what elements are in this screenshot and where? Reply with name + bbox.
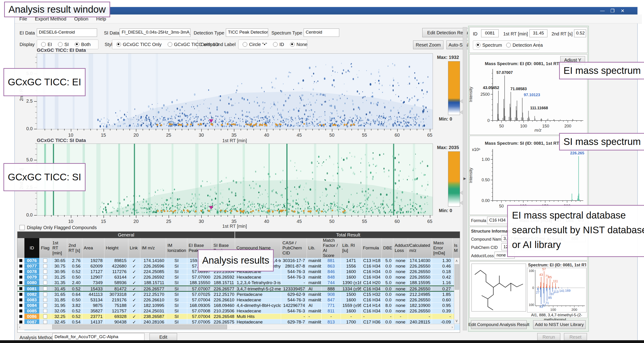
display-option[interactable]: Both — [75, 42, 90, 47]
table-vscrollbar[interactable]: ∧ ∨ — [454, 258, 460, 324]
minimize-icon[interactable]: — — [598, 8, 607, 13]
display-option[interactable]: EI — [41, 42, 52, 47]
column-header-match[interactable]: Match Factor / AI Score — [322, 238, 341, 258]
row-err-cell: 1.85 — [432, 292, 453, 297]
flag-checkbox[interactable] — [43, 304, 47, 307]
ei-data-field[interactable]: DIESEL6-Centroid — [37, 28, 97, 37]
table-row-0086[interactable]: 008632.250.522377169328✓238.26587SI57.07… — [18, 314, 460, 319]
table-row-0085[interactable]: 008532.050.5235827121757✓224.25031SI57.0… — [18, 308, 460, 314]
column-header-immz[interactable]: IM m/z — [140, 238, 166, 258]
hscroll-thumb[interactable] — [52, 324, 227, 329]
reset-button[interactable]: Reset — [564, 333, 587, 341]
spectrum-mode-option[interactable]: Detection Area — [506, 42, 543, 48]
column-header-dbe[interactable]: DBE — [382, 238, 393, 258]
row-match-cell: 846 — [322, 269, 341, 274]
flag-checkbox[interactable] — [43, 264, 47, 268]
spectrum-mode-option[interactable]: Spectrum — [476, 42, 502, 48]
svg-text:57: 57 — [542, 268, 546, 271]
flag-checkbox[interactable] — [43, 275, 47, 279]
analysis-results-table[interactable]: GeneralTotal ResultIDFlag1st RT [min]2nd… — [17, 232, 460, 333]
analysis-method-field[interactable]: Default_for_AccuTOF_GC-Alpha — [52, 333, 144, 341]
rerun-button[interactable]: Rerun — [537, 333, 560, 341]
si-data-field[interactable]: FI_DIESEL_0.04s-25Hz_3ms-3mA_001- — [120, 28, 190, 37]
hscroll-right-icon[interactable]: › — [452, 325, 453, 330]
add-to-nist-user-library-button[interactable]: Add to NIST User Library — [533, 320, 586, 329]
head-to-tail-spectrum-chart[interactable]: 1002001000100435771851112743577185971131… — [527, 268, 586, 312]
column-header-adduct[interactable]: Adduct/ Loss — [393, 238, 408, 258]
vscroll-up-icon[interactable]: ∧ — [455, 258, 458, 263]
column-header-rt2[interactable]: 2nd RT [s] — [67, 238, 82, 258]
column-header-calc[interactable]: Calculated m/z — [408, 238, 432, 258]
column-header-link[interactable]: Link — [128, 238, 140, 258]
style-option[interactable]: GCxGC TICC Only — [116, 42, 162, 47]
hscroll-left-icon[interactable]: ‹ — [19, 325, 20, 330]
svg-text:0: 0 — [487, 118, 490, 123]
column-header-id[interactable]: ID — [24, 238, 40, 258]
svg-text:71.08583: 71.08583 — [510, 87, 527, 91]
reset-zoom-button[interactable]: Reset Zoom — [413, 40, 444, 49]
column-header-lib[interactable]: Lib. — [307, 238, 322, 258]
edit-detection-result-button[interactable]: Edit Detection Result — [422, 28, 475, 37]
column-header-imion[interactable]: IM Ionization — [166, 238, 187, 258]
table-hscrollbar[interactable]: ‹ › — [18, 324, 454, 330]
restore-icon[interactable]: ❐ — [608, 8, 617, 14]
table-row-0079[interactable]: 007931.250.501290763144✓226.26592SI57.07… — [18, 274, 460, 280]
close-icon[interactable]: ✕ — [618, 8, 627, 14]
table-row-0080[interactable]: 008031.352.40734958936✓188.15711SI188.15… — [18, 280, 460, 286]
row-sibase-cell: 212.25170 — [212, 292, 235, 297]
table-row-0081[interactable]: 008131.450.521543381472✓226.26577SI57.07… — [18, 286, 460, 292]
column-header-ri[interactable]: Lib. RI [iu] — [341, 238, 362, 258]
vscroll-down-icon[interactable]: ∨ — [455, 318, 458, 323]
column-header-formula[interactable]: Formula — [362, 238, 382, 258]
peak-id-field[interactable]: 0081 — [481, 30, 499, 37]
column-header-err[interactable]: Mass Error [mDa] — [432, 238, 453, 258]
radio-icon — [476, 43, 480, 48]
row-name-cell: Multi Hits — [235, 314, 281, 319]
table-row-0084[interactable]: 008431.953.82987575188✓182.10995SI168.09… — [18, 303, 460, 308]
column-header-marker[interactable] — [18, 238, 24, 258]
flag-checkbox[interactable] — [43, 314, 47, 318]
row-imion-cell: SI — [166, 274, 187, 280]
splitter-expand-icon[interactable]: ▶ — [464, 176, 466, 180]
compound-label-option[interactable]: None — [290, 42, 308, 47]
row-rt1-cell: 32.25 — [51, 314, 67, 319]
panel-splitter[interactable]: ▶ — [463, 27, 467, 330]
row-flag-cell — [40, 269, 51, 274]
peak-rt2-field[interactable]: 0.52 — [574, 30, 586, 37]
row-cas-cell: 544-76-3 — [281, 297, 307, 302]
flag-checkbox[interactable] — [43, 287, 47, 290]
compound-label-option[interactable]: ID — [273, 42, 284, 47]
flag-checkbox[interactable] — [43, 258, 47, 262]
column-header-cas[interactable]: CAS# / PubChem CID — [281, 238, 307, 258]
flag-checkbox[interactable] — [43, 309, 47, 313]
flag-checkbox[interactable] — [43, 320, 47, 324]
detection-type-field[interactable]: TICC Peak Detection — [226, 28, 268, 37]
si-mass-spectrum-chart[interactable]: 501001502000.000.501.00226.265m/z — [480, 146, 585, 212]
column-header-area[interactable]: Area — [82, 238, 104, 258]
column-header-extra[interactable]: Is M — [453, 238, 460, 258]
row-match-cell: 811 — [322, 308, 341, 314]
flag-checkbox[interactable] — [43, 270, 47, 274]
column-header-height[interactable]: Height — [104, 238, 128, 258]
edit-compound-analysis-result-button[interactable]: Edit Compound Analysis Result — [471, 320, 527, 329]
table-row-0083[interactable]: 008331.850.5053134219176✓226.26610SI57.0… — [18, 297, 460, 303]
si-ticc-heatmap[interactable] — [37, 144, 433, 216]
analysis-method-edit-button[interactable]: Edit — [150, 333, 177, 341]
column-header-rt1[interactable]: 1st RT [min] — [51, 238, 67, 258]
flag-checkbox[interactable] — [43, 281, 47, 284]
row-calc-cell: 182.10900 — [408, 303, 432, 308]
spectrum-type-field[interactable]: Centroid — [304, 28, 339, 37]
compound-label-option[interactable]: Circle "•" — [243, 42, 267, 47]
row-flag-cell — [40, 297, 51, 302]
vscroll-thumb[interactable] — [455, 264, 459, 290]
svg-text:97.10123: 97.10123 — [524, 93, 540, 97]
row-id-cell: 0080 — [24, 280, 40, 285]
column-header-flag[interactable]: Flag — [40, 238, 51, 258]
flag-checkbox[interactable] — [43, 292, 47, 296]
table-row-0082[interactable]: 008231.650.644411133073318✓212.25170SI57… — [18, 292, 460, 297]
display-only-flagged-checkbox[interactable] — [20, 225, 24, 230]
display-option[interactable]: SI — [58, 42, 69, 47]
peak-rt1-field[interactable]: 31.45 — [530, 30, 548, 37]
flag-checkbox[interactable] — [43, 298, 47, 302]
ei-ticc-heatmap[interactable] — [37, 53, 433, 129]
